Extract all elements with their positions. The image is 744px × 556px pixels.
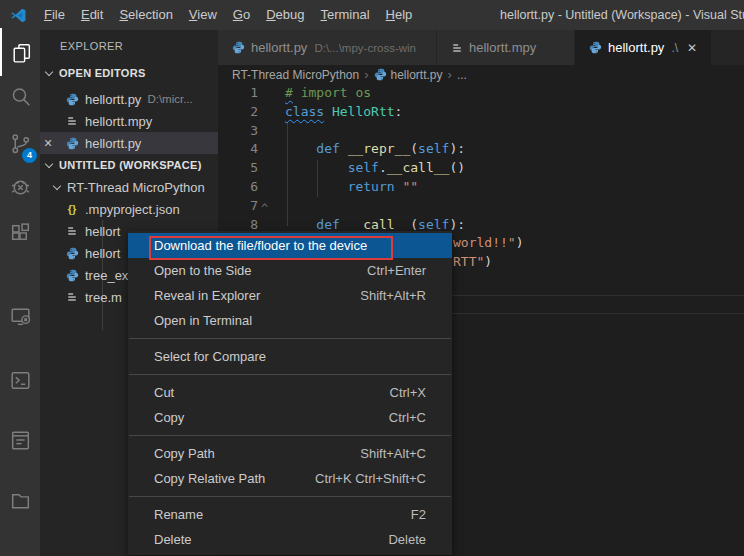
context-menu-item-open-to-the-side[interactable]: Open to the SideCtrl+Enter <box>128 258 452 283</box>
menubar-item-edit[interactable]: Edit <box>73 0 111 30</box>
mpy-file-icon <box>64 291 80 303</box>
line-number[interactable]: 3 <box>218 122 258 141</box>
breadcrumb-separator-icon: › <box>448 67 452 82</box>
sidebar-title: EXPLORER <box>60 35 123 57</box>
line-number[interactable]: 2 <box>218 103 258 122</box>
python-file-icon <box>374 68 387 81</box>
activity-explorer-icon[interactable] <box>0 28 40 76</box>
context-menu-item-copy[interactable]: CopyCtrl+C <box>128 405 452 430</box>
tab-hellortt.py[interactable]: hellortt.pyD:\...\mpy-cross-win <box>218 30 437 65</box>
breadcrumb-item[interactable]: RT-Thread MicroPython <box>232 68 359 82</box>
context-menu-item-reveal-in-explorer[interactable]: Reveal in ExplorerShift+Alt+R <box>128 283 452 308</box>
activity-terminal-icon[interactable] <box>0 356 40 404</box>
context-menu-item-select-for-compare[interactable]: Select for Compare <box>128 344 452 369</box>
tree-file-row[interactable]: {}.mpyproject.json <box>40 198 218 220</box>
activity-search-icon[interactable] <box>0 72 40 120</box>
menubar-item-selection[interactable]: Selection <box>111 0 180 30</box>
activity-extensions-icon[interactable] <box>0 209 40 257</box>
context-menu-item-cut[interactable]: CutCtrl+X <box>128 380 452 405</box>
context-menu-item-open-in-terminal[interactable]: Open in Terminal <box>128 308 452 333</box>
menu-item-label: Open to the Side <box>154 263 367 278</box>
chevron-down-icon <box>45 68 53 76</box>
menu-item-shortcut: Shift+Alt+R <box>360 288 426 303</box>
open-editors-header[interactable]: OPEN EDITORS <box>40 62 218 84</box>
file-name: hellort <box>85 224 120 239</box>
menubar-item-help[interactable]: Help <box>378 0 421 30</box>
open-editor-row[interactable]: hellortt.pyD:\micr... <box>40 88 218 110</box>
open-editor-row[interactable]: hellortt.mpy <box>40 110 218 132</box>
tab-hellortt.mpy[interactable]: hellortt.mpy <box>437 30 575 65</box>
code-line: 5 self.__call__() <box>218 159 744 178</box>
breadcrumb[interactable]: RT-Thread MicroPython›hellortt.py›... <box>232 65 467 84</box>
menu-item-label: Cut <box>154 385 390 400</box>
code-line: 6 return "" <box>218 178 744 197</box>
activity-source-control-icon[interactable]: 4 <box>0 119 40 167</box>
menu-item-label: Copy Path <box>154 446 360 461</box>
context-menu-item-rename[interactable]: RenameF2 <box>128 502 452 527</box>
tab-detail: D:\...\mpy-cross-win <box>314 42 416 54</box>
menu-item-label: Rename <box>154 507 411 522</box>
menu-item-label: Copy <box>154 410 389 425</box>
vscode-window: FileEditSelectionViewGoDebugTerminalHelp… <box>0 0 744 556</box>
menubar-item-terminal[interactable]: Terminal <box>312 0 377 30</box>
menu-item-shortcut: Ctrl+K Ctrl+Shift+C <box>315 471 426 486</box>
context-menu-item-delete[interactable]: DeleteDelete <box>128 527 452 552</box>
python-file-icon <box>589 41 602 54</box>
line-number[interactable]: 6 <box>218 178 258 197</box>
context-menu: Download the file/floder to the deviceOp… <box>128 231 452 555</box>
context-menu-item-copy-relative-path[interactable]: Copy Relative PathCtrl+K Ctrl+Shift+C <box>128 466 452 491</box>
python-file-icon <box>64 137 80 150</box>
line-number[interactable]: 7 <box>218 197 258 216</box>
file-name: tree.m <box>85 290 122 305</box>
mpy-file-icon <box>64 225 80 237</box>
workspace-header[interactable]: UNTITLED (WORKSPACE) <box>40 154 218 176</box>
line-number[interactable]: 1 <box>218 84 258 103</box>
file-name: tree_ex <box>85 268 128 283</box>
menu-item-label: Open in Terminal <box>154 313 426 328</box>
breadcrumb-item[interactable]: hellortt.py <box>391 68 443 82</box>
activity-device-monitor-icon[interactable] <box>0 292 40 340</box>
menu-bar: FileEditSelectionViewGoDebugTerminalHelp <box>36 0 420 30</box>
menu-item-label: Download the file/floder to the device <box>154 238 426 253</box>
file-path: D:\micr... <box>147 93 192 105</box>
close-icon[interactable]: ✕ <box>687 41 697 55</box>
menubar-item-debug[interactable]: Debug <box>258 0 312 30</box>
menu-item-shortcut: Ctrl+Enter <box>367 263 426 278</box>
python-file-icon <box>232 41 245 54</box>
context-menu-item-copy-path[interactable]: Copy PathShift+Alt+C <box>128 441 452 466</box>
menu-item-shortcut: Ctrl+C <box>389 410 426 425</box>
menubar-item-go[interactable]: Go <box>225 0 258 30</box>
tab-hellortt.py[interactable]: hellortt.py.\✕ <box>575 30 712 65</box>
tab-label: hellortt.py <box>251 40 307 55</box>
menu-separator <box>129 374 451 375</box>
menu-item-shortcut: Shift+Alt+C <box>360 446 426 461</box>
tab-label: hellortt.py <box>608 40 664 55</box>
window-title: hellortt.py - Untitled (Workspace) - Vis… <box>500 0 744 30</box>
menubar-item-view[interactable]: View <box>181 0 225 30</box>
menu-item-label: Select for Compare <box>154 349 426 364</box>
breadcrumb-item[interactable]: ... <box>457 68 467 82</box>
code-line: 2class HelloRtt: <box>218 103 744 122</box>
vscode-logo-icon <box>10 7 27 24</box>
close-icon[interactable]: ✕ <box>40 137 56 150</box>
line-number[interactable]: 5 <box>218 159 258 178</box>
activity-notebook-icon[interactable] <box>0 416 40 464</box>
chevron-down-icon <box>45 160 53 168</box>
activity-folder-icon[interactable] <box>0 476 40 524</box>
tree-folder-rt-thread[interactable]: RT-Thread MicroPython <box>40 176 218 198</box>
file-name: .mpyproject.json <box>85 202 180 217</box>
file-name: hellortt.py <box>85 92 141 107</box>
activity-bar: 4 <box>0 30 40 556</box>
activity-debug-icon[interactable] <box>0 162 40 210</box>
file-name: hellort <box>85 246 120 261</box>
line-number[interactable]: 4 <box>218 140 258 159</box>
tab-detail: .\ <box>671 41 678 55</box>
file-name: hellortt.mpy <box>85 114 152 129</box>
open-editor-row[interactable]: ✕hellortt.py <box>40 132 218 154</box>
menubar-item-file[interactable]: File <box>36 0 73 30</box>
context-menu-item-download-the-file-floder-to-the-device[interactable]: Download the file/floder to the device <box>128 233 452 258</box>
code-line: 1# import os <box>218 84 744 103</box>
menu-item-label: Copy Relative Path <box>154 471 315 486</box>
menu-separator <box>129 435 451 436</box>
code-line: 3 <box>218 122 744 141</box>
